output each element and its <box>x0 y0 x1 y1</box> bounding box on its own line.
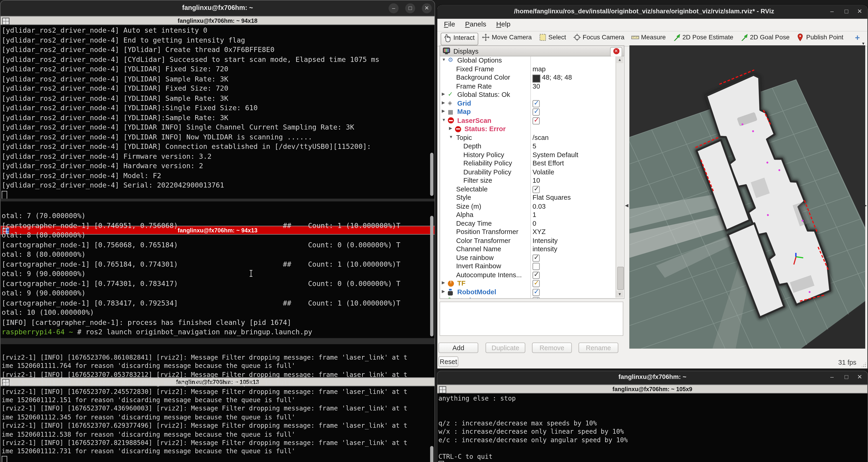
row-value[interactable]: 0 <box>533 220 536 227</box>
display-row-invert-rainbow[interactable]: Invert Rainbow <box>440 262 624 271</box>
row-value[interactable]: intensity <box>533 245 557 253</box>
resize-grip[interactable] <box>861 362 866 367</box>
display-row-tf[interactable]: ▶TF <box>440 279 624 288</box>
checkbox[interactable] <box>533 186 540 193</box>
row-value[interactable]: 48; 48; 48 <box>542 74 572 81</box>
menu-help[interactable]: Help <box>494 19 513 30</box>
row-value[interactable]: 30 <box>533 82 540 90</box>
terminal2-content[interactable]: otal: 7 (70.000000%) [cartographer_node-… <box>0 210 434 338</box>
menu-file[interactable]: File <box>442 19 457 30</box>
displays-scrollbar[interactable]: ▲ ▼ <box>616 56 623 298</box>
display-row-history-policy[interactable]: History PolicySystem Default <box>440 151 624 159</box>
display-row-markerarray[interactable]: MarkerArray <box>440 297 624 299</box>
scrollbar-thumb[interactable] <box>617 267 624 290</box>
checkbox[interactable] <box>533 117 540 124</box>
display-row-map[interactable]: ▶▦Map <box>440 108 624 117</box>
display-row-channel-name[interactable]: Channel Nameintensity <box>440 245 624 254</box>
displays-tree[interactable]: ▼⚙Global OptionsFixed FramemapBackground… <box>440 56 624 299</box>
terminal4-titlebar[interactable]: fanglinxu@fx706hm: ~ – □ ✕ <box>437 371 868 385</box>
checkbox[interactable] <box>533 254 540 261</box>
row-value[interactable]: System Default <box>533 151 579 159</box>
terminal3-content[interactable]: [rviz2-1] [INFO] [1676523706.861082841] … <box>0 353 434 462</box>
rename-button[interactable]: Rename <box>579 342 618 353</box>
display-row-size-m-[interactable]: Size (m)0.03 <box>440 202 624 211</box>
display-row-use-rainbow[interactable]: Use rainbow <box>440 254 624 262</box>
display-row-background-color[interactable]: Background Color48; 48; 48 <box>440 74 624 82</box>
checkbox[interactable] <box>533 289 540 296</box>
measure-tool[interactable]: Measure <box>629 33 669 44</box>
chevron-right-icon[interactable]: ▶ <box>442 108 445 113</box>
pane-divider[interactable] <box>0 199 434 201</box>
display-row-durability-policy[interactable]: Durability PolicyVolatile <box>440 168 624 176</box>
color-swatch[interactable] <box>533 74 540 82</box>
terminal1-content[interactable]: [ydlidar_ros2_driver_node-4] Auto set in… <box>0 25 434 199</box>
chevron-right-icon[interactable]: ▶ <box>442 100 445 105</box>
reset-button[interactable]: Reset <box>438 356 459 367</box>
scroll-down-icon[interactable]: ▼ <box>616 291 623 298</box>
display-row-decay-time[interactable]: Decay Time0 <box>440 220 624 228</box>
chevron-down-icon[interactable]: ▼ <box>449 134 453 139</box>
2d-goal-pose-tool[interactable]: 2D Goal Pose <box>738 33 793 44</box>
terminal4-content[interactable]: anything else : stop q/z : increase/decr… <box>437 394 868 462</box>
minimize-icon[interactable]: – <box>828 8 836 14</box>
checkbox[interactable] <box>533 297 540 299</box>
display-row-frame-rate[interactable]: Frame Rate30 <box>440 82 624 91</box>
row-value[interactable]: map <box>533 65 546 73</box>
row-value[interactable]: Flat Squares <box>533 194 571 202</box>
chevron-down-icon[interactable]: ▼ <box>442 117 446 122</box>
checkbox[interactable] <box>533 271 540 278</box>
display-row-global-status-ok[interactable]: ▶✓Global Status: Ok <box>440 91 624 99</box>
terminal3-scrollbar[interactable] <box>430 446 433 462</box>
close-icon[interactable]: ✕ <box>422 3 432 13</box>
row-value[interactable]: 10 <box>533 176 540 184</box>
pane-divider[interactable] <box>0 338 434 344</box>
2d-pose-estimate-tool[interactable]: 2D Pose Estimate <box>670 33 737 44</box>
checkbox[interactable] <box>533 108 540 116</box>
display-row-laserscan[interactable]: ▼LaserScan <box>440 117 624 125</box>
close-icon[interactable]: ✕ <box>855 8 864 15</box>
row-value[interactable]: Intensity <box>533 236 558 244</box>
row-value[interactable]: /scan <box>533 134 549 141</box>
row-value[interactable]: 5 <box>533 142 536 150</box>
select-tool[interactable]: Select <box>536 33 569 44</box>
row-value[interactable]: Best Effort <box>533 160 564 167</box>
publish-point-tool[interactable]: Publish Point <box>794 33 847 44</box>
terminal1-scrollbar[interactable] <box>430 153 433 196</box>
display-row-depth[interactable]: Depth5 <box>440 142 624 151</box>
checkbox[interactable] <box>533 100 540 107</box>
row-value[interactable]: XYZ <box>533 228 546 236</box>
3d-view[interactable] <box>629 45 865 349</box>
scroll-up-icon[interactable]: ▲ <box>616 56 623 63</box>
display-row-autocompute-intens-[interactable]: Autocompute Intens... <box>440 271 624 279</box>
display-row-alpha[interactable]: Alpha1 <box>440 211 624 219</box>
display-row-position-transformer[interactable]: Position TransformerXYZ <box>440 228 624 236</box>
chevron-right-icon[interactable]: ▶ <box>442 289 445 294</box>
minimize-icon[interactable]: – <box>828 373 836 380</box>
collapse-left-icon[interactable]: ◀ <box>625 203 628 208</box>
display-row-global-options[interactable]: ▼⚙Global Options <box>440 56 624 65</box>
row-value[interactable]: 1 <box>533 211 536 219</box>
row-value[interactable]: Volatile <box>533 168 555 176</box>
menu-panels[interactable]: Panels <box>463 19 489 30</box>
duplicate-button[interactable]: Duplicate <box>486 342 525 353</box>
checkbox[interactable] <box>533 280 540 287</box>
displays-panel-header[interactable]: Displays <box>440 45 624 56</box>
chevron-right-icon[interactable]: ▶ <box>442 91 445 96</box>
display-row-robotmodel[interactable]: ▶RobotModel <box>440 288 624 297</box>
display-row-topic[interactable]: ▼Topic/scan <box>440 134 624 142</box>
close-icon[interactable]: ✕ <box>855 373 864 381</box>
display-row-selectable[interactable]: Selectable <box>440 185 624 194</box>
maximize-icon[interactable]: □ <box>842 373 851 380</box>
minimize-icon[interactable]: – <box>389 3 398 13</box>
display-row-style[interactable]: StyleFlat Squares <box>440 194 624 202</box>
zoom-in-button[interactable]: + <box>855 33 860 42</box>
checkbox[interactable] <box>533 263 540 270</box>
terminal2-scrollbar[interactable] <box>430 216 433 336</box>
display-row-fixed-frame[interactable]: Fixed Framemap <box>440 65 624 74</box>
remove-button[interactable]: Remove <box>532 342 572 353</box>
display-row-reliability-policy[interactable]: Reliability PolicyBest Effort <box>440 160 624 168</box>
panel-close-icon[interactable] <box>610 47 622 57</box>
display-row-color-transformer[interactable]: Color TransformerIntensity <box>440 236 624 245</box>
interact-tool[interactable]: Interact <box>440 33 478 45</box>
add-button[interactable]: Add <box>438 342 478 353</box>
